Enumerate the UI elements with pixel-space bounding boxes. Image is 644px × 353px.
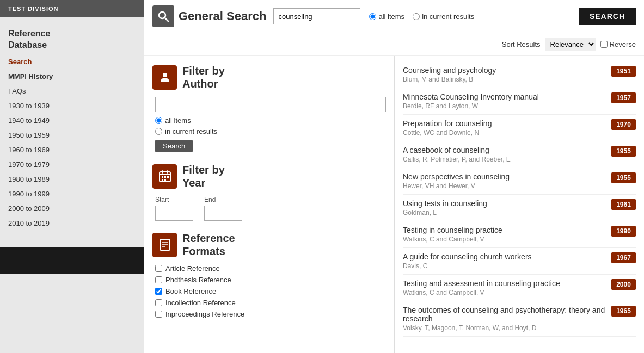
filter-formats-title: ReferenceFormats <box>182 232 235 258</box>
result-title-1: Minnesota Counseling Inventory manual <box>403 92 606 101</box>
filter-year-header: Filter byYear <box>152 163 386 189</box>
search-icon <box>152 5 174 27</box>
result-text-8: Testing and assessment in counseling pra… <box>403 279 606 296</box>
result-author-9: Volsky, T, Magoon, T, Norman, W, and Hoy… <box>403 324 606 332</box>
result-title-7: A guide for counseling church workers <box>403 252 606 261</box>
result-author-3: Callis, R, Polmatier, P, and Roeber, E <box>403 156 606 163</box>
result-item-0[interactable]: Counseling and psychology Blum, M and Ba… <box>403 61 636 88</box>
format-incollection-checkbox[interactable] <box>155 299 162 306</box>
year-end-group: End <box>204 196 242 221</box>
search-bar: General Search all items in current resu… <box>144 0 644 33</box>
format-article-label: Article Reference <box>165 264 220 273</box>
radio-all-items[interactable]: all items <box>369 13 404 21</box>
author-search-button[interactable]: Search <box>155 140 193 152</box>
sidebar-item-brand[interactable]: ReferenceDatabase <box>0 23 144 54</box>
result-title-8: Testing and assessment in counseling pra… <box>403 279 606 288</box>
sidebar-item-1930[interactable]: 1930 to 1939 <box>0 98 144 113</box>
sidebar-item-1980[interactable]: 1980 to 1989 <box>0 172 144 187</box>
format-phdthesis[interactable]: Phdthesis Reference <box>155 276 386 284</box>
result-item-6[interactable]: Testing in counseling practice Watkins, … <box>403 221 636 248</box>
result-author-8: Watkins, C and Campbell, V <box>403 289 606 296</box>
result-author-2: Cottle, WC and Downie, N <box>403 129 606 137</box>
format-book-label: Book Reference <box>165 287 216 295</box>
sidebar-item-1960[interactable]: 1960 to 1969 <box>0 143 144 157</box>
radio-all-items-label: all items <box>378 13 404 21</box>
search-title: General Search <box>179 9 266 23</box>
sidebar: TEST DIVISION ReferenceDatabase Search M… <box>0 0 144 353</box>
result-year-5: 1961 <box>611 199 636 210</box>
result-item-1[interactable]: Minnesota Counseling Inventory manual Be… <box>403 88 636 115</box>
sidebar-item-1990[interactable]: 1990 to 1999 <box>0 187 144 201</box>
search-scope-group: all items in current results <box>369 13 474 21</box>
sidebar-item-1970[interactable]: 1970 to 1979 <box>0 157 144 172</box>
sidebar-item-mmpi[interactable]: MMPI History <box>0 69 144 84</box>
sort-bar: Sort Results Relevance Year Title Author… <box>144 33 644 56</box>
filter-author-header: Filter byAuthor <box>152 64 386 90</box>
result-year-0: 1951 <box>611 66 636 77</box>
reverse-label[interactable]: Reverse <box>600 40 636 48</box>
year-start-group: Start <box>155 196 193 221</box>
result-title-9: The outcomes of counseling and psychothe… <box>403 306 606 323</box>
result-item-7[interactable]: A guide for counseling church workers Da… <box>403 248 636 275</box>
main-content: General Search all items in current resu… <box>144 0 644 353</box>
filter-year-section: Filter byYear Start End <box>152 163 386 221</box>
result-text-4: New perspectives in counseling Hewer, VH… <box>403 172 606 190</box>
format-inproceedings-checkbox[interactable] <box>155 311 162 318</box>
year-start-label: Start <box>155 196 193 203</box>
filter-author-section: Filter byAuthor all items in current res… <box>152 64 386 152</box>
search-input[interactable] <box>273 8 360 24</box>
reverse-checkbox[interactable] <box>600 41 608 48</box>
year-start-input[interactable] <box>155 206 193 221</box>
format-incollection-label: Incollection Reference <box>165 299 236 307</box>
format-phdthesis-checkbox[interactable] <box>155 276 162 283</box>
format-article[interactable]: Article Reference <box>155 264 386 273</box>
author-input[interactable] <box>155 97 386 112</box>
author-radio-current[interactable]: in current results <box>155 127 386 135</box>
result-item-2[interactable]: Preparation for counseling Cottle, WC an… <box>403 115 636 141</box>
sidebar-bottom-bar <box>0 247 144 274</box>
year-end-label: End <box>204 196 242 203</box>
result-item-4[interactable]: New perspectives in counseling Hewer, VH… <box>403 168 636 195</box>
year-inputs: Start End <box>155 196 386 221</box>
radio-current-results[interactable]: in current results <box>413 13 474 21</box>
result-year-8: 2000 <box>611 279 636 290</box>
sidebar-item-search[interactable]: Search <box>0 54 144 69</box>
format-book[interactable]: Book Reference <box>155 287 386 295</box>
result-text-6: Testing in counseling practice Watkins, … <box>403 226 606 243</box>
sidebar-item-2010[interactable]: 2010 to 2019 <box>0 216 144 231</box>
svg-rect-9 <box>167 176 169 178</box>
result-item-5[interactable]: Using tests in counseling Goldman, L 196… <box>403 195 636 221</box>
result-author-4: Hewer, VH and Hewer, V <box>403 182 606 190</box>
author-radio-all-input[interactable] <box>155 117 162 124</box>
format-book-checkbox[interactable] <box>155 288 162 295</box>
svg-rect-10 <box>162 179 163 181</box>
result-item-3[interactable]: A casebook of counseling Callis, R, Polm… <box>403 141 636 168</box>
svg-line-1 <box>165 18 168 21</box>
filter-formats-section: ReferenceFormats Article Reference Phdth… <box>152 232 386 318</box>
result-text-7: A guide for counseling church workers Da… <box>403 252 606 270</box>
sidebar-item-1940[interactable]: 1940 to 1949 <box>0 113 144 128</box>
sort-select[interactable]: Relevance Year Title Author <box>545 38 596 51</box>
radio-all-items-input[interactable] <box>369 13 376 20</box>
result-text-3: A casebook of counseling Callis, R, Polm… <box>403 146 606 163</box>
svg-rect-8 <box>164 176 166 178</box>
radio-current-results-input[interactable] <box>413 13 420 20</box>
sidebar-item-1950[interactable]: 1950 to 1959 <box>0 128 144 143</box>
result-year-1: 1957 <box>611 92 636 103</box>
format-article-checkbox[interactable] <box>155 265 162 272</box>
year-end-input[interactable] <box>204 206 242 221</box>
format-inproceedings-label: Inproceedings Reference <box>165 310 244 318</box>
author-radio-current-input[interactable] <box>155 128 162 135</box>
author-radio-all[interactable]: all items <box>155 116 386 125</box>
sidebar-nav: ReferenceDatabase Search MMPI History FA… <box>0 17 144 236</box>
sidebar-item-2000[interactable]: 2000 to 2009 <box>0 201 144 216</box>
search-button[interactable]: SEARCH <box>579 8 636 25</box>
sidebar-item-faqs[interactable]: FAQs <box>0 84 144 98</box>
format-incollection[interactable]: Incollection Reference <box>155 299 386 307</box>
format-inproceedings[interactable]: Inproceedings Reference <box>155 310 386 318</box>
filter-year-body: Start End <box>152 196 386 221</box>
result-text-1: Minnesota Counseling Inventory manual Be… <box>403 92 606 110</box>
result-item-9[interactable]: The outcomes of counseling and psychothe… <box>403 301 636 337</box>
result-item-8[interactable]: Testing and assessment in counseling pra… <box>403 275 636 301</box>
result-year-4: 1955 <box>611 172 636 183</box>
